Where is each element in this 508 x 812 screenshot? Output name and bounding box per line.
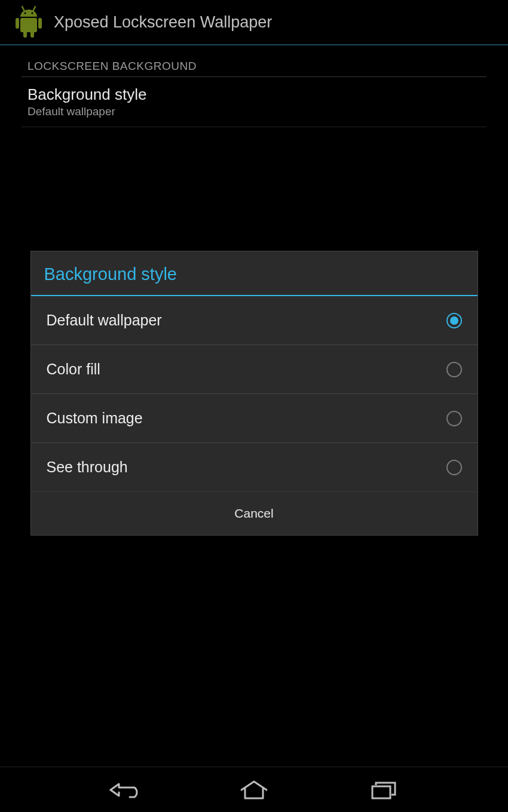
dialog-option-list: Default wallpaper Color fill Custom imag… [31, 296, 478, 492]
option-label: Default wallpaper [47, 312, 162, 329]
radio-icon [446, 313, 462, 328]
radio-icon [446, 460, 462, 475]
option-see-through[interactable]: See through [31, 443, 478, 492]
option-label: Color fill [47, 361, 100, 378]
option-default-wallpaper[interactable]: Default wallpaper [31, 296, 478, 345]
navigation-bar [0, 767, 508, 812]
option-label: Custom image [47, 410, 143, 427]
recents-button[interactable] [360, 775, 408, 805]
option-custom-image[interactable]: Custom image [31, 394, 478, 443]
radio-icon [446, 362, 462, 377]
option-label: See through [47, 459, 128, 476]
home-button[interactable] [230, 775, 278, 805]
radio-icon [446, 411, 462, 426]
dialog-background-style: Background style Default wallpaper Color… [30, 251, 478, 536]
back-button[interactable] [100, 775, 148, 805]
option-color-fill[interactable]: Color fill [31, 345, 478, 394]
dialog-title: Background style [31, 251, 478, 296]
dialog-scrim[interactable]: Background style Default wallpaper Color… [0, 0, 508, 812]
svg-rect-9 [372, 786, 390, 798]
dialog-button-bar: Cancel [31, 492, 478, 535]
cancel-button[interactable]: Cancel [31, 506, 478, 521]
